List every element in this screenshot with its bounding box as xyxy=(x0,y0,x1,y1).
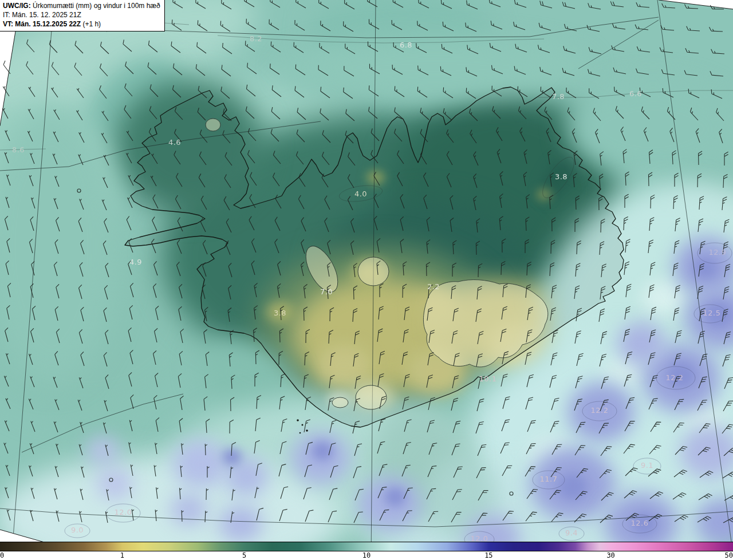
plot-title-line1: UWC/IG: Úrkomumætti (mm) og vindur i 100… xyxy=(3,2,160,11)
colorbar-tick: 15 xyxy=(484,551,492,559)
colorbar-tick: 10 xyxy=(362,551,371,559)
plot-title-text: Úrkomumætti (mm) og vindur i 100m hæð xyxy=(31,2,160,10)
colorbar-tick-labels: 01510153050 xyxy=(0,551,733,560)
colorbar-tick: 30 xyxy=(606,551,614,559)
weather-map-app: 6.78.26.87.86.64.68.63.84.012.94.92.27.0… xyxy=(0,0,733,560)
valid-time: VT: Mán. 15.12.2025 22Z xyxy=(3,20,81,28)
colorbar-tick: 0 xyxy=(0,551,4,559)
colorbar-tick: 5 xyxy=(242,551,246,559)
model-id: UWC/IG: xyxy=(3,2,31,10)
wind-barbs-canvas xyxy=(0,0,733,560)
init-time-line: IT: Mán. 15. 12. 2025 21Z xyxy=(3,11,160,20)
valid-time-line: VT: Mán. 15.12.2025 22Z (+1 h) xyxy=(3,20,160,29)
colorbar-gradient xyxy=(0,542,733,551)
valid-time-offset: (+1 h) xyxy=(81,20,101,28)
colorbar-tick: 1 xyxy=(120,551,124,559)
colorbar: 01510153050 xyxy=(0,542,733,560)
colorbar-tick: 50 xyxy=(725,551,733,559)
plot-title-box: UWC/IG: Úrkomumætti (mm) og vindur i 100… xyxy=(0,0,165,31)
